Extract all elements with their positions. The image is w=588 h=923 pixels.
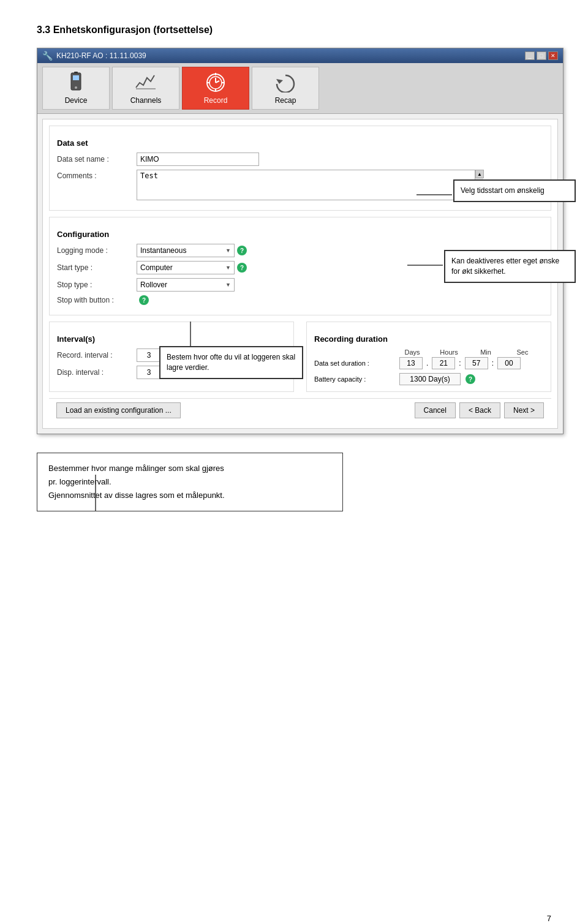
duration-min: 57 (465, 357, 488, 369)
page-title: 3.3 Enhetskonfigurasjon (fortsettelse) (37, 24, 551, 36)
stop-type-label: Stop type : (57, 281, 137, 289)
bottom-bar: Load an existing configuration ... Cance… (49, 398, 551, 422)
dataset-duration-label: Data set duration : (314, 360, 397, 367)
logging-help-icon[interactable]: ? (237, 246, 247, 255)
dataset-duration-row: Data set duration : 13 . 21 : 57 : 00 (314, 357, 543, 369)
record-interval-input[interactable] (137, 348, 161, 362)
record-icon (205, 72, 227, 94)
bestem-callout-text: Bestem hvor ofte du vil at loggeren skal… (167, 353, 295, 372)
recap-tab[interactable]: Recap (252, 67, 319, 110)
channels-tab[interactable]: Channels (112, 67, 179, 110)
bestem-callout: Bestem hvor ofte du vil at loggeren skal… (159, 346, 303, 379)
duration-col-headers: Days Hours Min Sec (314, 348, 543, 356)
dataset-name-label: Data set name : (57, 155, 137, 164)
logging-dropdown-arrow: ▼ (225, 247, 231, 254)
sec-col-header: Sec (510, 348, 535, 356)
window-controls: _ □ ✕ (525, 51, 558, 60)
record-tab-label: Record (204, 96, 228, 105)
bestem-callout-arrow (190, 322, 191, 346)
window-icon: 🔧 (42, 51, 53, 61)
disp-interval-input[interactable] (137, 366, 161, 379)
svg-point-2 (75, 86, 77, 89)
svg-marker-13 (276, 79, 283, 84)
bottom-annotation-area: Bestemmer hvor mange målinger som skal g… (37, 453, 564, 511)
stop-button-help-icon[interactable]: ? (139, 295, 149, 305)
nav-buttons: Cancel < Back Next > (415, 402, 544, 418)
scroll-up-arrow[interactable]: ▲ (475, 170, 484, 178)
duration-hours: 21 (432, 357, 455, 369)
logging-mode-label: Logging mode : (57, 246, 137, 255)
dataset-name-input[interactable] (137, 153, 259, 166)
kan-callout-arrow (407, 256, 444, 274)
dataset-header: Data set (57, 138, 543, 148)
channels-icon (135, 72, 157, 94)
channels-tab-label: Channels (130, 96, 162, 105)
annotation-line3: Gjennomsnittet av disse lagres som et må… (48, 491, 225, 500)
bestem-callout-container: Bestem hvor ofte du vil at loggeren skal… (159, 346, 303, 379)
window-title: KH210-RF AO : 11.11.0039 (56, 51, 146, 60)
days-col-header: Days (400, 348, 424, 356)
toolbar: Device Channels (37, 63, 563, 114)
comments-label: Comments : (57, 170, 137, 180)
close-button[interactable]: ✕ (548, 51, 558, 60)
velg-callout-text: Velg tidsstart om ønskelig (461, 186, 545, 195)
device-tab[interactable]: Device (42, 67, 110, 110)
velg-callout: Velg tidsstart om ønskelig (453, 179, 576, 202)
velg-callout-arrow (417, 186, 453, 204)
stop-type-value: Rollover (140, 281, 167, 289)
start-type-label: Start type : (57, 263, 137, 272)
battery-capacity-value: 1300 Day(s) (399, 373, 461, 385)
stop-dropdown-arrow: ▼ (225, 282, 231, 288)
battery-capacity-label: Battery capacity : (314, 375, 397, 383)
duration-sec: 00 (497, 357, 521, 369)
start-type-dropdown[interactable]: Computer ▼ (137, 261, 235, 274)
page-number: 7 (547, 914, 551, 923)
kan-callout-container: Kan deaktiveres etter eget ønske for økt… (444, 250, 576, 283)
logging-mode-value: Instantaneous (140, 246, 186, 255)
recording-duration-section: Recording duration Days Hours Min Sec Da… (306, 322, 551, 392)
annotation-line1: Bestemmer hvor mange målinger som skal g… (48, 464, 224, 473)
disp-interval-label: Disp. interval : (57, 368, 137, 377)
dataset-name-row: Data set name : (57, 153, 543, 166)
velg-callout-container: Velg tidsstart om ønskelig (453, 179, 576, 202)
start-type-value: Computer (140, 263, 173, 272)
min-col-header: Min (473, 348, 498, 356)
interval-header: Interval(s) (57, 334, 286, 344)
stop-with-button-label: Stop with button : (57, 296, 137, 304)
kan-callout: Kan deaktiveres etter eget ønske for økt… (444, 250, 576, 283)
annotation-arrow-up (95, 475, 96, 511)
logging-mode-dropdown[interactable]: Instantaneous ▼ (137, 244, 235, 257)
load-config-button[interactable]: Load an existing configuration ... (56, 402, 181, 418)
recap-icon (274, 72, 296, 94)
svg-rect-1 (73, 75, 79, 80)
window-titlebar: 🔧 KH210-RF AO : 11.11.0039 _ □ ✕ (37, 48, 563, 63)
kan-callout-text: Kan deaktiveres etter eget ønske for økt… (451, 257, 559, 276)
duration-days: 13 (399, 357, 423, 369)
bottom-annotation-box: Bestemmer hvor mange målinger som skal g… (37, 453, 343, 511)
battery-capacity-row: Battery capacity : 1300 Day(s) ? (314, 373, 543, 385)
maximize-button[interactable]: □ (537, 51, 546, 60)
stop-with-button-row: Stop with button : ? (57, 295, 543, 305)
hours-col-header: Hours (437, 348, 461, 356)
stop-type-dropdown[interactable]: Rollover ▼ (137, 278, 235, 292)
minimize-button[interactable]: _ (525, 51, 535, 60)
start-help-icon[interactable]: ? (237, 263, 247, 273)
cancel-button[interactable]: Cancel (415, 402, 456, 418)
record-interval-label: Record. interval : (57, 351, 137, 360)
config-header: Configuration (57, 230, 543, 239)
recap-tab-label: Recap (275, 96, 296, 105)
battery-help-icon[interactable]: ? (466, 374, 475, 384)
device-tab-label: Device (65, 96, 88, 105)
svg-rect-3 (74, 72, 78, 73)
device-icon (65, 72, 87, 94)
annotation-line2: pr. loggerintervall. (48, 477, 111, 486)
back-button[interactable]: < Back (459, 402, 500, 418)
next-button[interactable]: Next > (504, 402, 544, 418)
recording-duration-header: Recording duration (314, 334, 543, 344)
record-tab[interactable]: Record (182, 67, 249, 110)
start-dropdown-arrow: ▼ (225, 265, 231, 271)
